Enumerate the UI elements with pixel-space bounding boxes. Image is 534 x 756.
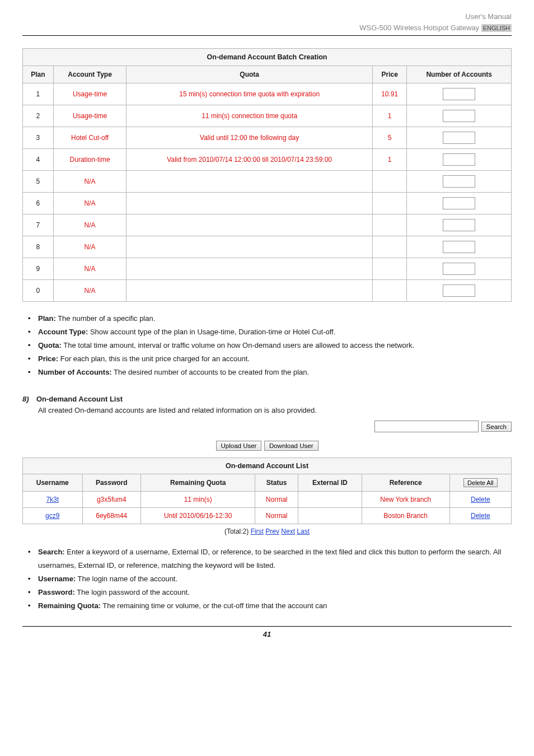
cell-quota	[127, 171, 373, 193]
cell-plan: 1	[23, 83, 54, 105]
cell-plan: 7	[23, 214, 54, 236]
num-accounts-input[interactable]	[443, 110, 475, 122]
bullet-item: Number of Accounts: The desired number o…	[38, 366, 512, 379]
cell-plan: 8	[23, 236, 54, 258]
cell-num-accounts	[407, 258, 512, 280]
cell-num-accounts	[407, 214, 512, 236]
account-list-table: On-demand Account List Username Password…	[22, 458, 512, 524]
cell-remaining: 11 min(s)	[140, 492, 255, 508]
bullet-label: Username:	[38, 575, 76, 583]
bullets-list-1: Plan: The number of a specific plan.Acco…	[22, 312, 512, 379]
bullet-text: Show account type of the plan in Usage-t…	[88, 328, 335, 336]
bullet-item: Quota: The total time amount, interval o…	[38, 339, 512, 352]
col-plan: Plan	[23, 66, 54, 83]
cell-external-id	[298, 492, 362, 508]
pager-next[interactable]: Next	[281, 528, 295, 535]
cell-plan: 3	[23, 127, 54, 149]
table-row: 3Hotel Cut-offValid until 12:00 the foll…	[23, 127, 512, 149]
cell-password: g3x5fum4	[82, 492, 140, 508]
table-row: 0N/A	[23, 280, 512, 302]
list-table-caption: On-demand Account List	[23, 458, 512, 474]
search-button[interactable]: Search	[481, 422, 512, 432]
cell-num-accounts	[407, 236, 512, 258]
cell-price	[372, 171, 406, 193]
delete-all-button[interactable]: Delete All	[463, 478, 497, 487]
section-number: 8)	[22, 395, 29, 403]
table-row: 7k3tg3x5fum411 min(s)NormalNew York bran…	[23, 492, 512, 508]
header-line2: WSG-500 Wireless Hotspot Gateway ENGLISH	[22, 22, 512, 34]
language-badge: ENGLISH	[481, 24, 512, 32]
cell-plan: 6	[23, 193, 54, 214]
num-accounts-input[interactable]	[443, 241, 475, 253]
bullet-label: Plan:	[38, 314, 56, 323]
section-intro: All created On-demand accounts are liste…	[38, 404, 512, 417]
cell-action: Delete	[449, 508, 511, 524]
cell-username: 7k3t	[23, 492, 83, 508]
cell-num-accounts	[407, 149, 512, 171]
bullet-item: Username: The login name of the account.	[38, 572, 512, 586]
cell-account-type: Duration-time	[53, 149, 127, 171]
num-accounts-input[interactable]	[443, 175, 475, 188]
username-link[interactable]: gcz9	[45, 512, 59, 520]
bullet-item: Remaining Quota: The remaining time or v…	[38, 599, 512, 613]
col-reference: Reference	[362, 474, 449, 492]
table-row: 2Usage-time11 min(s) connection time quo…	[23, 105, 512, 127]
col-status: Status	[255, 474, 298, 492]
delete-link[interactable]: Delete	[471, 512, 490, 520]
bullet-label: Account Type:	[38, 328, 88, 336]
bullet-label: Price:	[38, 354, 58, 363]
cell-account-type: N/A	[53, 258, 127, 280]
bullet-item: Account Type: Show account type of the p…	[38, 325, 512, 339]
bullet-label: Quota:	[38, 341, 62, 349]
num-accounts-input[interactable]	[443, 88, 475, 100]
cell-num-accounts	[407, 105, 512, 127]
cell-price	[372, 214, 406, 236]
cell-quota	[127, 236, 373, 258]
cell-quota	[127, 258, 373, 280]
col-delete-all: Delete All	[449, 474, 511, 492]
num-accounts-input[interactable]	[443, 263, 475, 275]
cell-account-type: N/A	[53, 236, 127, 258]
upload-user-button[interactable]: Upload User	[216, 441, 262, 451]
col-account-type: Account Type	[53, 66, 127, 83]
batch-creation-table: On-demand Account Batch Creation Plan Ac…	[22, 48, 512, 302]
cell-price	[372, 193, 406, 214]
num-accounts-input[interactable]	[443, 153, 475, 166]
cell-reference: Boston Branch	[362, 508, 449, 524]
username-link[interactable]: 7k3t	[46, 496, 59, 503]
cell-status: Normal	[255, 492, 298, 508]
header-product: WSG-500 Wireless Hotspot Gateway	[359, 24, 481, 32]
cell-account-type: N/A	[53, 280, 127, 302]
cell-plan: 9	[23, 258, 54, 280]
cell-num-accounts	[407, 127, 512, 149]
col-external-id: External ID	[298, 474, 362, 492]
pager-prev[interactable]: Prev	[265, 528, 279, 535]
delete-link[interactable]: Delete	[471, 496, 490, 503]
col-password: Password	[82, 474, 140, 492]
bullet-item: Price: For each plan, this is the unit p…	[38, 352, 512, 366]
bullet-text: The remaining time or volume, or the cut…	[101, 601, 327, 610]
cell-account-type: Hotel Cut-off	[53, 127, 127, 149]
bullet-item: Search: Enter a keyword of a username, E…	[38, 545, 512, 572]
search-bar: Search	[22, 421, 512, 432]
download-user-button[interactable]: Download User	[264, 441, 318, 451]
cell-account-type: Usage-time	[53, 105, 127, 127]
num-accounts-input[interactable]	[443, 284, 475, 297]
search-input[interactable]	[374, 421, 479, 432]
cell-reference: New York branch	[362, 492, 449, 508]
cell-price: 1	[372, 105, 406, 127]
bullet-label: Password:	[38, 588, 75, 596]
bullet-label: Search:	[38, 548, 65, 556]
cell-quota	[127, 214, 373, 236]
bullet-label: Remaining Quota:	[38, 601, 101, 610]
section-heading: On-demand Account List	[36, 395, 123, 403]
pager-last[interactable]: Last	[297, 528, 310, 535]
pager-first[interactable]: First	[251, 528, 264, 535]
cell-price: 1	[372, 149, 406, 171]
page-number: 41	[22, 626, 512, 638]
num-accounts-input[interactable]	[443, 132, 475, 144]
cell-external-id	[298, 508, 362, 524]
bullet-item: Plan: The number of a specific plan.	[38, 312, 512, 325]
num-accounts-input[interactable]	[443, 219, 475, 231]
num-accounts-input[interactable]	[443, 197, 475, 209]
